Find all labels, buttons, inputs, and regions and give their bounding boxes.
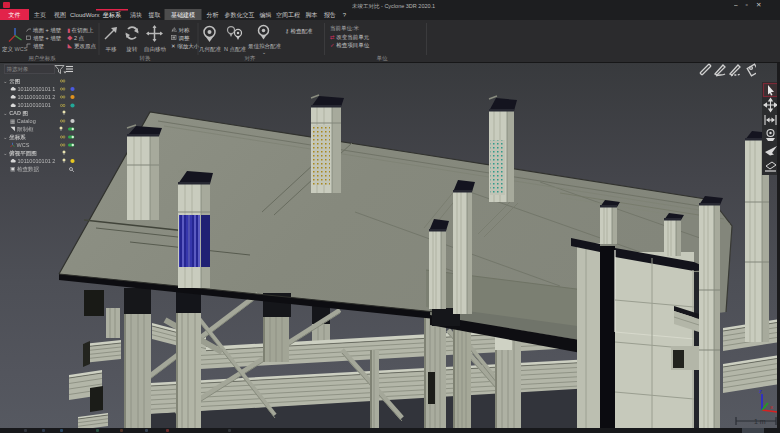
- svg-text:1 m: 1 m: [754, 418, 766, 425]
- svg-text:z: z: [759, 388, 762, 394]
- svg-text:x: x: [770, 404, 773, 410]
